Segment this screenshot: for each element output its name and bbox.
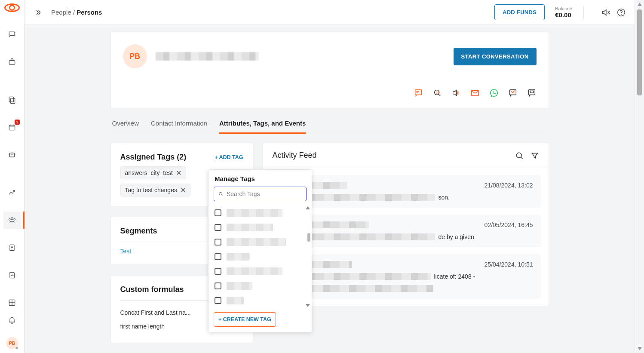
nav-templates[interactable] — [3, 91, 21, 108]
scroll-down-icon[interactable] — [306, 304, 310, 307]
checkbox[interactable] — [215, 209, 221, 216]
manage-tags-popup: Manage Tags + CREATE NEW TAG — [208, 169, 312, 332]
tag-chip: Tag to test changes — [120, 184, 190, 196]
sidebar-expand-button[interactable] — [33, 7, 43, 18]
scroll-down-icon[interactable] — [638, 347, 642, 350]
presence-indicator — [15, 346, 18, 350]
svg-point-10 — [11, 218, 13, 220]
add-funds-button[interactable]: ADD FUNDS — [494, 4, 545, 20]
scroll-up-icon[interactable] — [306, 206, 310, 209]
app-logo[interactable] — [4, 3, 20, 12]
balance-label: Balance — [555, 6, 572, 11]
add-tag-button[interactable]: + ADD TAG — [215, 154, 243, 160]
nav-notifications[interactable] — [3, 311, 21, 328]
person-tabs: Overview Contact Information Attributes,… — [110, 115, 549, 134]
feed-snippet: son. — [439, 194, 450, 201]
redacted-tag — [227, 267, 282, 275]
channel-email-icon[interactable] — [470, 88, 480, 98]
top-bar: People / Persons ADD FUNDS Balance €0.00 — [25, 0, 635, 25]
tag-option[interactable] — [215, 220, 310, 235]
balance-display: Balance €0.00 — [555, 6, 572, 18]
svg-point-1 — [15, 34, 15, 34]
nav-reports[interactable] — [3, 267, 21, 284]
avatar-initials: PB — [9, 341, 15, 346]
tab-contact-info[interactable]: Contact Information — [151, 115, 207, 134]
formula-name: Concat First and Last na... — [120, 309, 191, 316]
checkbox[interactable] — [215, 297, 221, 304]
tag-option[interactable] — [215, 235, 310, 249]
svg-point-2 — [15, 35, 15, 36]
channel-viber-icon[interactable]: 23 — [432, 88, 442, 98]
channel-voice-icon[interactable] — [451, 88, 461, 98]
breadcrumb-root[interactable]: People — [51, 9, 71, 16]
tags-search-wrapper — [214, 187, 307, 201]
tag-option[interactable] — [215, 264, 310, 279]
svg-point-26 — [219, 192, 222, 195]
tab-attributes-tags-events[interactable]: Attributes, Tags, and Events — [219, 115, 306, 134]
tags-list[interactable] — [209, 206, 312, 308]
feed-timestamp: 02/05/2024, 16:45 — [485, 221, 533, 228]
feed-snippet: de by a given — [439, 233, 474, 240]
feed-timestamp: 21/08/2024, 13:02 — [485, 182, 533, 189]
nav-calendar[interactable]: 1 — [3, 119, 21, 136]
nav-conversations[interactable] — [3, 26, 21, 43]
scroll-up-icon[interactable] — [638, 3, 642, 6]
create-new-tag-button[interactable]: + CREATE NEW TAG — [214, 312, 276, 327]
tab-overview[interactable]: Overview — [112, 115, 139, 134]
tag-label: Tag to test changes — [125, 187, 177, 193]
svg-rect-22 — [509, 90, 516, 95]
channel-whatsapp-icon[interactable] — [489, 88, 499, 98]
tag-option[interactable] — [215, 279, 310, 293]
start-conversation-button[interactable]: START CONVERSATION — [454, 48, 537, 65]
svg-point-11 — [9, 219, 10, 220]
checkbox[interactable] — [215, 239, 221, 246]
redacted-tag — [227, 253, 250, 261]
svg-point-16 — [621, 14, 621, 14]
help-icon[interactable] — [616, 8, 626, 17]
redacted-tag — [227, 238, 286, 246]
checkbox[interactable] — [215, 253, 221, 260]
svg-point-25 — [516, 153, 521, 158]
segment-link[interactable]: Test — [120, 248, 132, 255]
nav-grid[interactable] — [3, 294, 21, 311]
remove-tag-icon[interactable] — [181, 187, 186, 193]
main-content: PB START CONVERSATION 23 Overview Contac… — [25, 25, 635, 353]
page-scrollbar[interactable] — [635, 0, 644, 353]
svg-rect-24 — [530, 91, 533, 93]
channel-inapp-icon[interactable] — [527, 88, 537, 98]
checkbox[interactable] — [215, 268, 221, 275]
redacted-tag — [227, 282, 252, 290]
activity-feed-title: Activity Feed — [273, 151, 508, 160]
tag-option[interactable] — [215, 206, 310, 220]
svg-rect-5 — [11, 98, 15, 104]
mute-icon[interactable] — [601, 8, 610, 17]
current-user-avatar[interactable]: PB — [6, 337, 18, 349]
feed-snippet: licate of: 2408 - — [434, 273, 475, 280]
balance-amount: €0.00 — [555, 11, 572, 18]
tag-option[interactable] — [215, 293, 310, 308]
channel-icons-row: 23 — [123, 88, 537, 98]
channel-push-icon[interactable] — [508, 88, 518, 98]
svg-rect-23 — [528, 90, 535, 95]
nav-people[interactable] — [3, 212, 21, 229]
nav-bot[interactable] — [3, 146, 21, 163]
nav-analytics[interactable] — [3, 184, 21, 201]
breadcrumb-current: Persons — [77, 9, 102, 16]
feed-timestamp: 25/04/2024, 10:51 — [485, 261, 533, 268]
tag-option[interactable] — [215, 249, 310, 264]
channel-sms-icon[interactable] — [414, 88, 423, 98]
search-icon — [218, 190, 223, 197]
svg-point-12 — [14, 219, 15, 220]
checkbox[interactable] — [215, 282, 221, 289]
checkbox[interactable] — [215, 224, 221, 231]
nav-forms[interactable] — [3, 239, 21, 256]
scrollbar-thumb[interactable] — [307, 233, 310, 242]
nav-toolbox[interactable] — [3, 53, 21, 71]
remove-tag-icon[interactable] — [176, 170, 181, 175]
scrollbar-thumb[interactable] — [637, 9, 642, 95]
tag-chip: answers_city_test — [120, 166, 186, 179]
tags-search-input[interactable] — [227, 190, 302, 197]
left-sidebar: 1 PB — [0, 0, 25, 353]
filter-icon[interactable] — [531, 151, 539, 160]
search-icon[interactable] — [515, 151, 524, 160]
